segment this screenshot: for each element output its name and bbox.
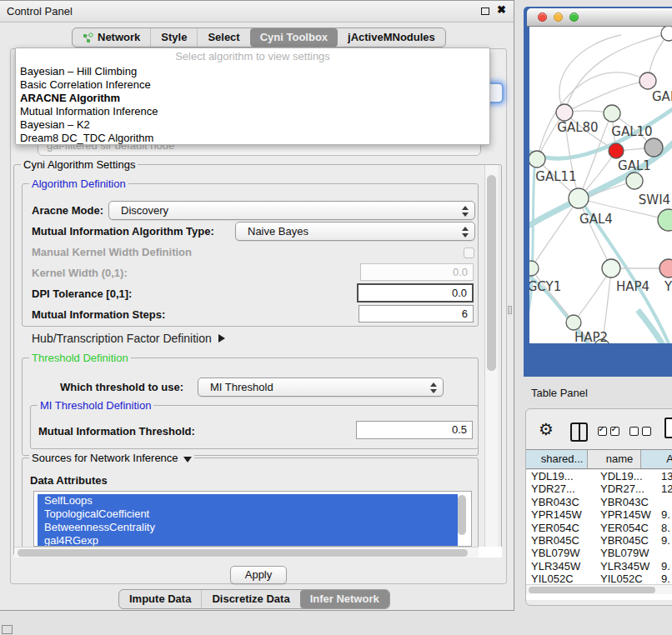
- scrollbar-thumb[interactable]: [529, 587, 655, 593]
- network-node-swi4[interactable]: [626, 172, 643, 189]
- node-label: GAL4: [579, 212, 613, 227]
- tab-jactivemnodules[interactable]: jActiveMNodules: [338, 28, 445, 47]
- node-label: GAL80: [557, 120, 598, 135]
- table-horizontal-scrollbar[interactable]: [526, 584, 672, 594]
- scrollbar-thumb[interactable]: [487, 175, 496, 371]
- control-panel-window: Control Panel ✖ NetworkStyleSelectCyni T…: [0, 0, 514, 611]
- kernel-width-field[interactable]: 0.0: [360, 263, 474, 281]
- table-row[interactable]: YIL052CYIL052C9.: [526, 572, 672, 585]
- attribute-list-item[interactable]: gal4RGexp: [38, 534, 458, 547]
- mi-steps-field[interactable]: 6: [359, 305, 474, 322]
- network-icon: [83, 32, 93, 43]
- algorithm-option[interactable]: Mutual Information Inference: [16, 105, 489, 118]
- attribute-list-item[interactable]: TopologicalCoefficient: [38, 508, 458, 521]
- table-window: ⚙ shared... name A YDL19...YDL19...13YDR…: [525, 408, 672, 606]
- aracne-mode-combobox[interactable]: Discovery: [108, 201, 475, 220]
- network-node[interactable]: [661, 27, 672, 41]
- network-node-gal4[interactable]: [569, 188, 589, 208]
- tab-infer-network[interactable]: Infer Network: [300, 590, 389, 608]
- table-row[interactable]: YLR345WYLR345W9.: [526, 560, 672, 572]
- splitter-handle[interactable]: [508, 306, 512, 314]
- uncheck-all-icon[interactable]: [629, 427, 651, 436]
- which-threshold-combobox[interactable]: MI Threshold: [198, 378, 444, 397]
- network-node-gal1[interactable]: [609, 143, 624, 158]
- table-row[interactable]: YDL19...YDL19...13: [526, 470, 672, 482]
- table-row[interactable]: YBR045CYBR045C9.: [526, 534, 672, 547]
- network-view-window: GALGAL80GAL10GAL1GAL11SWI4GAL4GCY1HAP4YH…: [524, 7, 672, 377]
- mi-algorithm-type-combobox[interactable]: Naive Bayes: [235, 222, 475, 241]
- tab-label: jActiveMNodules: [348, 28, 435, 47]
- table-cell: YBR045C: [526, 534, 594, 547]
- network-node-gal10[interactable]: [604, 105, 620, 122]
- tab-style[interactable]: Style: [150, 28, 197, 47]
- node-label: GAL: [652, 89, 672, 104]
- table-cell: 12: [653, 482, 672, 495]
- algorithm-option[interactable]: Dream8 DC_TDC Algorithm: [16, 132, 489, 145]
- tab-discretize-data[interactable]: Discretize Data: [201, 590, 299, 608]
- table-cell: YER054C: [594, 522, 653, 534]
- data-attributes-list[interactable]: SelfLoopsTopologicalCoefficientBetweenne…: [33, 491, 472, 547]
- aracne-mode-value: Discovery: [121, 204, 168, 217]
- network-node[interactable]: [658, 209, 672, 231]
- network-node-hap4[interactable]: [602, 259, 620, 278]
- network-node-y[interactable]: [659, 259, 672, 278]
- list-scrollbar-thumb[interactable]: [458, 495, 466, 535]
- attribute-list-item[interactable]: BetweennessCentrality: [38, 521, 458, 534]
- tab-impute-data[interactable]: Impute Data: [119, 590, 201, 608]
- network-canvas[interactable]: GALGAL80GAL10GAL1GAL11SWI4GAL4GCY1HAP4YH…: [529, 27, 672, 343]
- algorithm-option[interactable]: ARACNE Algorithm: [16, 92, 489, 105]
- settings-vertical-scrollbar[interactable]: [484, 165, 498, 547]
- node-label: HAP2: [574, 330, 608, 343]
- column-header[interactable]: shared...: [526, 450, 588, 468]
- network-node-gal80[interactable]: [556, 104, 573, 121]
- mi-steps-label: Mutual Information Steps:: [32, 308, 165, 321]
- network-node-gal[interactable]: [639, 72, 656, 89]
- node-label: Y: [664, 279, 672, 294]
- network-node-hap2[interactable]: [566, 315, 581, 330]
- column-header[interactable]: A: [641, 450, 672, 468]
- float-window-icon[interactable]: [481, 8, 489, 15]
- table-row[interactable]: YBR043CYBR043C: [526, 496, 672, 508]
- table-row[interactable]: YDR27...YDR27...12: [526, 482, 672, 495]
- close-icon[interactable]: ✖: [497, 3, 506, 16]
- table-cell: [653, 496, 672, 508]
- table-row[interactable]: YPR145WYPR145W9.: [526, 508, 672, 521]
- minimize-traffic-light-icon[interactable]: [554, 12, 563, 22]
- tab-label: Network: [98, 28, 140, 47]
- algorithm-option[interactable]: Bayesian – Hill Climbing: [16, 65, 489, 78]
- algorithm-option[interactable]: Bayesian – K2: [16, 118, 489, 132]
- table-row[interactable]: YBL079WYBL079W: [526, 547, 672, 559]
- attribute-list-item[interactable]: SelfLoops: [38, 494, 458, 508]
- document-icon[interactable]: [664, 418, 672, 438]
- table-cell: YBL079W: [594, 547, 653, 559]
- scrollbar-thumb[interactable]: [18, 549, 468, 557]
- zoom-traffic-light-icon[interactable]: [569, 12, 579, 22]
- check-all-icon[interactable]: [598, 427, 619, 436]
- manual-kernel-width-checkbox[interactable]: [464, 248, 474, 258]
- table-cell: YBL079W: [526, 547, 594, 559]
- dpi-tolerance-field[interactable]: 0.0: [357, 283, 474, 302]
- tab-cyni-toolbox[interactable]: Cyni Toolbox: [250, 28, 338, 47]
- network-node-gcy1[interactable]: [529, 261, 539, 276]
- table-cell: 9.: [653, 534, 672, 547]
- table-cell: [653, 547, 672, 559]
- network-node[interactable]: [644, 138, 663, 157]
- dock-panel-icon[interactable]: [2, 625, 13, 634]
- apply-button[interactable]: Apply: [230, 566, 287, 584]
- column-header[interactable]: name: [588, 450, 641, 468]
- tab-select[interactable]: Select: [197, 28, 249, 47]
- mi-threshold-field[interactable]: 0.5: [356, 421, 473, 439]
- tab-network[interactable]: Network: [73, 28, 150, 47]
- algorithm-option[interactable]: Basic Correlation Inference: [16, 78, 489, 92]
- sources-group-title[interactable]: Sources for Network Inference: [29, 452, 194, 464]
- kernel-width-label: Kernel Width (0,1):: [32, 267, 128, 279]
- close-traffic-light-icon[interactable]: [538, 12, 547, 22]
- table-cell: YER054C: [526, 522, 594, 534]
- network-node-gal11[interactable]: [529, 151, 545, 168]
- hub-definition-toggle[interactable]: Hub/Transcription Factor Definition: [32, 332, 225, 345]
- table-header[interactable]: shared... name A: [526, 449, 672, 469]
- gear-icon[interactable]: ⚙: [539, 419, 554, 439]
- split-columns-icon[interactable]: [570, 422, 588, 442]
- settings-horizontal-scrollbar[interactable]: [14, 547, 479, 558]
- table-row[interactable]: YER054CYER054C8.: [526, 522, 672, 534]
